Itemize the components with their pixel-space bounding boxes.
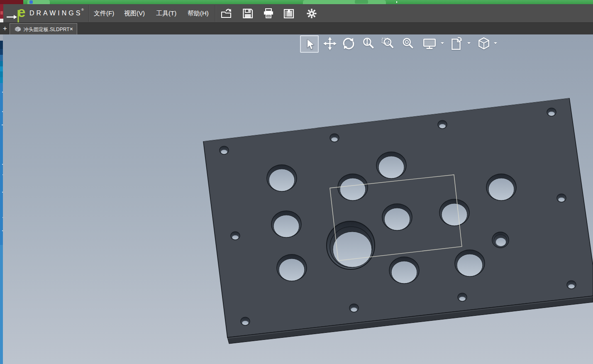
monitor-icon bbox=[422, 37, 437, 51]
hole-through bbox=[340, 178, 366, 200]
document-tab-bar: + 冲头固定板.SLDPRT × bbox=[0, 22, 593, 34]
save-floppy-icon bbox=[242, 8, 254, 19]
hole-through bbox=[378, 156, 404, 178]
hole-through bbox=[269, 169, 295, 191]
small-hole-through bbox=[242, 321, 249, 325]
pan-arrows-icon bbox=[323, 37, 337, 51]
tab-label: 冲头固定板.SLDPRT bbox=[24, 26, 69, 33]
view-orientation-tool[interactable] bbox=[477, 37, 491, 51]
zoom-fit-tool[interactable] bbox=[401, 37, 415, 51]
full-screen-tool[interactable] bbox=[422, 37, 437, 51]
markup-tool[interactable] bbox=[449, 37, 463, 51]
menu-help[interactable]: 帮助(H) bbox=[185, 4, 211, 22]
zoom-area-tool[interactable] bbox=[381, 37, 395, 51]
settings-button[interactable] bbox=[306, 8, 317, 19]
rotate-arrows-icon bbox=[342, 37, 356, 51]
open-folder-icon bbox=[221, 8, 232, 19]
browser-speck bbox=[396, 1, 397, 3]
desktop-red-window-sliver bbox=[0, 4, 3, 19]
publish-button[interactable] bbox=[283, 8, 295, 19]
menu-file[interactable]: 文件(F) bbox=[91, 4, 117, 22]
publish-box-icon bbox=[283, 8, 295, 19]
menubar-separator bbox=[215, 5, 216, 22]
counterbore-through bbox=[333, 232, 372, 267]
menubar-separator bbox=[88, 5, 89, 22]
cursor-arrow-icon bbox=[303, 37, 317, 51]
select-tool[interactable] bbox=[303, 37, 317, 51]
small-hole-through bbox=[439, 124, 446, 128]
small-hole-through bbox=[559, 198, 565, 202]
gear-icon bbox=[306, 8, 317, 19]
logo-e: e bbox=[17, 4, 25, 20]
menu-bar: e DRAWINGS ® 文件(F) 视图(V) 工具(T) 帮助(H) bbox=[3, 4, 593, 22]
small-hole-through bbox=[221, 150, 227, 154]
small-hole-through bbox=[332, 137, 338, 142]
desktop-top-strip bbox=[0, 0, 593, 4]
zoom-magnifier-icon bbox=[361, 37, 376, 51]
browser-favicon-icon bbox=[29, 0, 33, 4]
hole-through bbox=[391, 261, 417, 283]
logo-registered-mark: ® bbox=[81, 8, 84, 12]
small-hole-through bbox=[569, 284, 575, 288]
print-icon bbox=[263, 8, 274, 19]
menu-view[interactable]: 视图(V) bbox=[122, 4, 147, 22]
markup-dropdown-icon[interactable] bbox=[467, 42, 471, 46]
desktop-red-highlight bbox=[0, 11, 3, 15]
part-canvas[interactable] bbox=[3, 34, 593, 364]
full-screen-dropdown-icon[interactable] bbox=[441, 42, 444, 46]
menu-tools[interactable]: 工具(T) bbox=[154, 4, 179, 22]
rotate-tool[interactable] bbox=[342, 37, 356, 51]
new-tab-button[interactable]: + bbox=[1, 24, 9, 34]
pan-tool[interactable] bbox=[323, 37, 337, 51]
zoom-fit-icon bbox=[401, 37, 415, 51]
edrawings-logo: e DRAWINGS ® bbox=[5, 4, 88, 22]
part-file-icon bbox=[15, 26, 22, 32]
desktop-left-strip-lower bbox=[0, 245, 3, 364]
small-hole-through bbox=[232, 235, 239, 239]
small-hole-through bbox=[351, 308, 357, 312]
hole-through bbox=[384, 208, 410, 230]
cube-icon bbox=[477, 37, 491, 51]
small-counterbore-through bbox=[496, 238, 506, 246]
browser-tab-shape bbox=[303, 0, 386, 4]
hole-through bbox=[457, 254, 483, 276]
open-file-button[interactable] bbox=[221, 8, 232, 19]
hole-through bbox=[273, 215, 299, 237]
print-button[interactable] bbox=[263, 8, 274, 19]
zoom-area-icon bbox=[381, 37, 395, 51]
zoom-tool[interactable] bbox=[361, 37, 376, 51]
view-orientation-dropdown-icon[interactable] bbox=[494, 42, 497, 46]
document-tab[interactable]: 冲头固定板.SLDPRT × bbox=[10, 23, 77, 35]
small-hole-through bbox=[459, 297, 466, 301]
browser-tab-shadow bbox=[355, 0, 368, 4]
small-hole-through bbox=[549, 112, 555, 116]
markup-page-icon bbox=[449, 37, 463, 51]
tab-close-icon[interactable]: × bbox=[70, 26, 73, 32]
save-button[interactable] bbox=[242, 8, 254, 19]
hole-through bbox=[488, 178, 514, 200]
hole-through bbox=[442, 203, 467, 226]
hole-through bbox=[279, 259, 305, 281]
logo-name: DRAWINGS bbox=[29, 10, 82, 17]
